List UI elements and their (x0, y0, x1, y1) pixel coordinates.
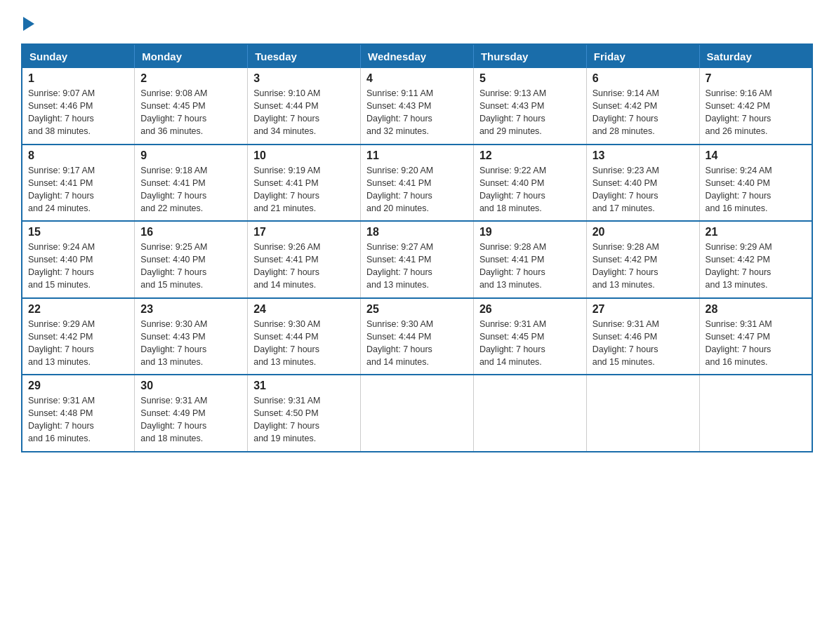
day-info: Sunrise: 9:24 AMSunset: 4:40 PMDaylight:… (706, 164, 806, 215)
header (21, 14, 813, 31)
day-info: Sunrise: 9:10 AMSunset: 4:44 PMDaylight:… (253, 87, 355, 138)
calendar-cell: 28Sunrise: 9:31 AMSunset: 4:47 PMDayligh… (699, 298, 812, 375)
day-info: Sunrise: 9:31 AMSunset: 4:46 PMDaylight:… (593, 318, 694, 369)
calendar-table: SundayMondayTuesdayWednesdayThursdayFrid… (21, 43, 813, 452)
day-number: 26 (479, 303, 581, 316)
day-info: Sunrise: 9:30 AMSunset: 4:44 PMDaylight:… (366, 318, 468, 369)
day-header-friday: Friday (586, 44, 699, 68)
day-info: Sunrise: 9:30 AMSunset: 4:44 PMDaylight:… (253, 318, 355, 369)
day-info: Sunrise: 9:23 AMSunset: 4:40 PMDaylight:… (593, 164, 694, 215)
calendar-cell: 3Sunrise: 9:10 AMSunset: 4:44 PMDaylight… (248, 68, 361, 145)
day-number: 19 (479, 226, 581, 239)
calendar-cell: 10Sunrise: 9:19 AMSunset: 4:41 PMDayligh… (248, 145, 361, 222)
day-number: 30 (140, 380, 241, 392)
calendar-cell: 12Sunrise: 9:22 AMSunset: 4:40 PMDayligh… (473, 145, 586, 222)
day-number: 24 (253, 303, 355, 316)
day-info: Sunrise: 9:27 AMSunset: 4:41 PMDaylight:… (366, 241, 468, 292)
day-info: Sunrise: 9:13 AMSunset: 4:43 PMDaylight:… (479, 87, 581, 138)
day-number: 2 (140, 72, 241, 85)
calendar-cell: 21Sunrise: 9:29 AMSunset: 4:42 PMDayligh… (699, 221, 812, 298)
calendar-cell: 9Sunrise: 9:18 AMSunset: 4:41 PMDaylight… (135, 145, 248, 222)
day-number: 11 (366, 149, 468, 162)
day-info: Sunrise: 9:30 AMSunset: 4:43 PMDaylight:… (140, 318, 241, 369)
day-number: 22 (28, 303, 128, 316)
calendar-cell: 4Sunrise: 9:11 AMSunset: 4:43 PMDaylight… (361, 68, 474, 145)
calendar-cell: 11Sunrise: 9:20 AMSunset: 4:41 PMDayligh… (361, 145, 474, 222)
day-info: Sunrise: 9:22 AMSunset: 4:40 PMDaylight:… (479, 164, 581, 215)
day-info: Sunrise: 9:31 AMSunset: 4:50 PMDaylight:… (253, 394, 355, 445)
calendar-cell (473, 375, 586, 452)
day-number: 29 (28, 380, 128, 392)
day-info: Sunrise: 9:16 AMSunset: 4:42 PMDaylight:… (706, 87, 806, 138)
day-info: Sunrise: 9:29 AMSunset: 4:42 PMDaylight:… (706, 241, 806, 292)
calendar-cell: 23Sunrise: 9:30 AMSunset: 4:43 PMDayligh… (135, 298, 248, 375)
calendar-cell: 1Sunrise: 9:07 AMSunset: 4:46 PMDaylight… (22, 68, 135, 145)
day-info: Sunrise: 9:14 AMSunset: 4:42 PMDaylight:… (593, 87, 694, 138)
day-number: 28 (706, 303, 806, 316)
day-number: 13 (593, 149, 694, 162)
day-number: 25 (366, 303, 468, 316)
day-number: 21 (706, 226, 806, 239)
day-header-thursday: Thursday (473, 44, 586, 68)
day-header-saturday: Saturday (699, 44, 812, 68)
day-number: 31 (253, 380, 355, 392)
calendar-cell: 31Sunrise: 9:31 AMSunset: 4:50 PMDayligh… (248, 375, 361, 452)
day-number: 4 (366, 72, 468, 85)
day-info: Sunrise: 9:08 AMSunset: 4:45 PMDaylight:… (140, 87, 241, 138)
day-header-sunday: Sunday (22, 44, 135, 68)
day-number: 5 (479, 72, 581, 85)
calendar-cell: 26Sunrise: 9:31 AMSunset: 4:45 PMDayligh… (473, 298, 586, 375)
calendar-cell: 19Sunrise: 9:28 AMSunset: 4:41 PMDayligh… (473, 221, 586, 298)
day-header-monday: Monday (135, 44, 248, 68)
calendar-cell: 15Sunrise: 9:24 AMSunset: 4:40 PMDayligh… (22, 221, 135, 298)
day-info: Sunrise: 9:25 AMSunset: 4:40 PMDaylight:… (140, 241, 241, 292)
logo-arrow-icon (23, 17, 34, 31)
calendar-cell: 2Sunrise: 9:08 AMSunset: 4:45 PMDaylight… (135, 68, 248, 145)
day-info: Sunrise: 9:29 AMSunset: 4:42 PMDaylight:… (28, 318, 128, 369)
calendar-cell: 7Sunrise: 9:16 AMSunset: 4:42 PMDaylight… (699, 68, 812, 145)
day-number: 14 (706, 149, 806, 162)
day-info: Sunrise: 9:26 AMSunset: 4:41 PMDaylight:… (253, 241, 355, 292)
calendar-cell: 17Sunrise: 9:26 AMSunset: 4:41 PMDayligh… (248, 221, 361, 298)
day-number: 27 (593, 303, 694, 316)
calendar-cell: 25Sunrise: 9:30 AMSunset: 4:44 PMDayligh… (361, 298, 474, 375)
day-info: Sunrise: 9:31 AMSunset: 4:47 PMDaylight:… (706, 318, 806, 369)
day-info: Sunrise: 9:28 AMSunset: 4:42 PMDaylight:… (593, 241, 694, 292)
day-number: 3 (253, 72, 355, 85)
day-info: Sunrise: 9:07 AMSunset: 4:46 PMDaylight:… (28, 87, 128, 138)
calendar-cell: 22Sunrise: 9:29 AMSunset: 4:42 PMDayligh… (22, 298, 135, 375)
calendar-cell: 6Sunrise: 9:14 AMSunset: 4:42 PMDaylight… (586, 68, 699, 145)
logo (21, 14, 34, 31)
calendar-cell: 8Sunrise: 9:17 AMSunset: 4:41 PMDaylight… (22, 145, 135, 222)
day-number: 6 (593, 72, 694, 85)
day-number: 8 (28, 149, 128, 162)
day-number: 20 (593, 226, 694, 239)
day-info: Sunrise: 9:19 AMSunset: 4:41 PMDaylight:… (253, 164, 355, 215)
day-number: 18 (366, 226, 468, 239)
day-number: 17 (253, 226, 355, 239)
day-info: Sunrise: 9:28 AMSunset: 4:41 PMDaylight:… (479, 241, 581, 292)
day-number: 9 (140, 149, 241, 162)
calendar-cell: 27Sunrise: 9:31 AMSunset: 4:46 PMDayligh… (586, 298, 699, 375)
calendar-cell: 24Sunrise: 9:30 AMSunset: 4:44 PMDayligh… (248, 298, 361, 375)
day-number: 10 (253, 149, 355, 162)
day-number: 23 (140, 303, 241, 316)
calendar-cell: 29Sunrise: 9:31 AMSunset: 4:48 PMDayligh… (22, 375, 135, 452)
day-info: Sunrise: 9:31 AMSunset: 4:49 PMDaylight:… (140, 394, 241, 445)
day-number: 15 (28, 226, 128, 239)
day-number: 7 (706, 72, 806, 85)
day-info: Sunrise: 9:31 AMSunset: 4:48 PMDaylight:… (28, 394, 128, 445)
calendar-cell (586, 375, 699, 452)
day-info: Sunrise: 9:11 AMSunset: 4:43 PMDaylight:… (366, 87, 468, 138)
day-header-wednesday: Wednesday (361, 44, 474, 68)
calendar-cell: 13Sunrise: 9:23 AMSunset: 4:40 PMDayligh… (586, 145, 699, 222)
day-info: Sunrise: 9:24 AMSunset: 4:40 PMDaylight:… (28, 241, 128, 292)
day-info: Sunrise: 9:17 AMSunset: 4:41 PMDaylight:… (28, 164, 128, 215)
day-number: 12 (479, 149, 581, 162)
day-header-tuesday: Tuesday (248, 44, 361, 68)
day-info: Sunrise: 9:31 AMSunset: 4:45 PMDaylight:… (479, 318, 581, 369)
calendar-cell (361, 375, 474, 452)
calendar-cell: 30Sunrise: 9:31 AMSunset: 4:49 PMDayligh… (135, 375, 248, 452)
day-info: Sunrise: 9:18 AMSunset: 4:41 PMDaylight:… (140, 164, 241, 215)
calendar-cell: 18Sunrise: 9:27 AMSunset: 4:41 PMDayligh… (361, 221, 474, 298)
